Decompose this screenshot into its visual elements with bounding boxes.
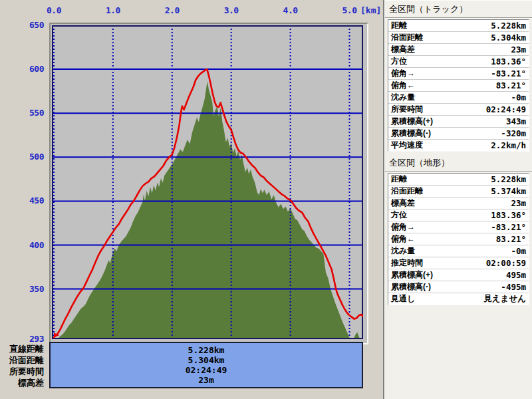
stat-value: 2.2km/h [491, 140, 526, 150]
stat-value: 495m [506, 270, 526, 280]
stat-label: 累積標高(+) [391, 116, 433, 127]
x-tick-label: 1.0 [100, 5, 126, 15]
summary-value: 5.304km [51, 355, 362, 365]
y-tick-label: 500 [12, 152, 44, 162]
stat-row: 推定時間02:00:59 [388, 257, 529, 269]
summary-label: 直線距離 [0, 344, 44, 354]
stat-value: 183.36° [491, 210, 526, 220]
stat-value: 23m [511, 198, 526, 208]
stat-value: -495m [501, 282, 526, 292]
stat-value: 見えません [483, 293, 526, 305]
stat-row: 累積標高(-)-495m [388, 281, 529, 293]
stat-row: 標高差23m [388, 198, 529, 209]
stat-label: 方位 [391, 56, 407, 67]
stat-label: 俯角→ [391, 221, 415, 233]
stat-row: 累積標高(+)343m [388, 116, 529, 128]
stat-label: 見通し [391, 293, 415, 305]
stat-label: 俯角→ [391, 68, 415, 79]
x-tick-label: 3.0 [218, 5, 245, 15]
stat-value: -0m [511, 92, 526, 102]
elevation-graph-window: 0.01.02.03.04.05.0 [km] 6506005505004504… [0, 0, 532, 399]
stat-row: 見通し見えません [388, 293, 529, 305]
section-title: 全区間（トラック） [385, 1, 532, 18]
stat-row: 累積標高(-)-320m [388, 128, 529, 140]
x-tick-label: 0.0 [41, 5, 67, 15]
stat-row: 俯角→-83.21° [388, 68, 529, 80]
summary-label: 標高差 [0, 378, 44, 388]
summary-value: 5.228km [51, 345, 362, 355]
summary-value: 23m [51, 375, 362, 385]
y-tick-label: 293 [12, 334, 44, 344]
stat-label: 沈み量 [391, 92, 415, 103]
stat-row: 俯角←83.21° [388, 80, 529, 92]
x-tick-label: 5.0 [336, 5, 363, 15]
stat-row: 沈み量-0m [388, 92, 529, 104]
x-tick-label: 2.0 [159, 5, 186, 15]
stat-label: 標高差 [391, 198, 415, 209]
stat-row: 方位183.36° [388, 56, 529, 68]
y-tick-label: 400 [12, 240, 44, 251]
stat-value: -320m [501, 128, 526, 138]
stat-label: 俯角← [391, 233, 415, 245]
stat-label: 方位 [391, 209, 407, 221]
stat-value: 5.228km [491, 21, 526, 31]
terrain-area [58, 82, 360, 339]
stat-value: -83.21° [491, 222, 526, 232]
stat-row: 標高差23m [388, 44, 529, 56]
y-tick-label: 600 [12, 64, 44, 74]
stat-row: 沿面距離5.304km [388, 32, 529, 44]
stat-value: 23m [511, 45, 526, 55]
stat-label: 距離 [391, 174, 407, 185]
summary-value: 02:24:49 [51, 365, 362, 375]
y-tick-label: 550 [12, 108, 44, 118]
stat-label: 俯角← [391, 80, 415, 91]
stat-value: 02:00:59 [486, 258, 526, 268]
stat-label: 沿面距離 [391, 186, 423, 197]
stat-label: 沈み量 [391, 245, 415, 257]
stat-row: 距離5.228km [388, 20, 529, 32]
x-tick-label: 4.0 [277, 5, 304, 15]
stats-panel: 全区間（トラック）距離5.228km沿面距離5.304km標高差23m方位183… [385, 0, 532, 399]
stat-label: 推定時間 [391, 257, 423, 269]
stat-row: 累積標高(+)495m [388, 269, 529, 281]
section-title: 全区間（地形） [385, 154, 532, 172]
stat-row: 俯角←83.21° [388, 233, 529, 245]
stat-label: 標高差 [391, 44, 415, 55]
stat-row: 平均速度2.2km/h [388, 140, 529, 151]
y-tick-label: 450 [12, 196, 44, 206]
stat-table: 距離5.228km沿面距離5.304km標高差23m方位183.36°俯角→-8… [388, 19, 529, 152]
stat-value: 5.228km [491, 174, 526, 184]
stat-label: 距離 [391, 20, 407, 31]
summary-label: 所要時間 [0, 366, 44, 377]
stat-label: 平均速度 [391, 140, 423, 151]
summary-label: 沿面距離 [0, 355, 44, 366]
elevation-plot[interactable] [49, 23, 368, 344]
stat-label: 所要時間 [391, 104, 423, 115]
stat-value: 83.21° [496, 80, 526, 90]
stat-value: -83.21° [491, 68, 526, 78]
stat-value: 5.374km [491, 186, 526, 196]
summary-box: 5.228km5.304km02:24:4923m [49, 342, 363, 388]
stat-value: 83.21° [496, 234, 526, 244]
stat-value: 5.304km [491, 33, 526, 43]
y-tick-label: 350 [12, 284, 44, 295]
stat-row: 沈み量-0m [388, 245, 529, 257]
stat-value: 02:24:49 [486, 104, 526, 114]
stat-label: 累積標高(-) [391, 128, 431, 139]
stat-label: 累積標高(-) [391, 281, 431, 293]
stat-row: 方位183.36° [388, 209, 529, 221]
stat-value: 183.36° [491, 57, 526, 66]
stat-row: 俯角→-83.21° [388, 221, 529, 233]
elevation-plot-canvas[interactable] [52, 25, 363, 339]
stat-value: 343m [506, 116, 526, 126]
stat-row: 距離5.228km [388, 174, 529, 186]
stat-row: 沿面距離5.374km [388, 186, 529, 198]
stat-label: 累積標高(+) [391, 269, 433, 281]
stat-row: 所要時間02:24:49 [388, 104, 529, 116]
stat-table: 距離5.228km沿面距離5.374km標高差23m方位183.36°俯角→-8… [388, 173, 529, 305]
stat-value: -0m [511, 246, 526, 256]
stat-label: 沿面距離 [391, 32, 423, 43]
y-tick-label: 650 [12, 20, 44, 31]
